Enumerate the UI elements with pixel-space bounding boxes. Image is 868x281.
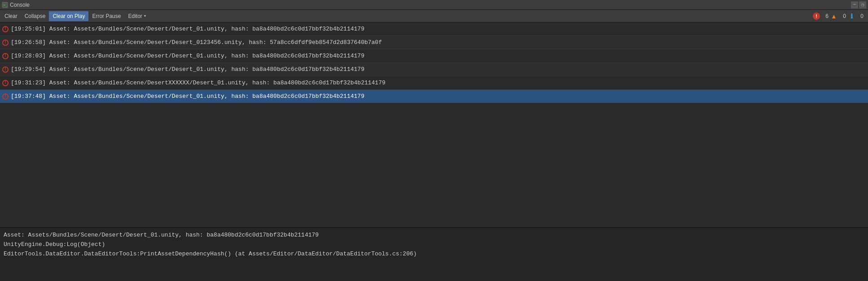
error-entry-icon: !	[2, 93, 9, 100]
info-icon: ℹ	[848, 13, 855, 20]
log-entry-text: [19:28:03] Asset: Assets/Bundles/Scene/D…	[11, 53, 364, 59]
log-entry-text: [19:25:01] Asset: Assets/Bundles/Scene/D…	[11, 26, 364, 32]
log-entry[interactable]: ![19:26:58] Asset: Assets/Bundles/Scene/…	[0, 36, 868, 49]
window-title: Console	[10, 2, 30, 8]
log-entry[interactable]: ![19:29:54] Asset: Assets/Bundles/Scene/…	[0, 63, 868, 76]
log-entry[interactable]: ![19:37:48] Asset: Assets/Bundles/Scene/…	[0, 90, 868, 103]
log-entry[interactable]: ![19:31:23] Asset: Assets/Bundles/Scene/…	[0, 76, 868, 90]
editor-label: Editor	[128, 13, 142, 19]
error-entry-icon: !	[2, 26, 9, 33]
toolbar: Clear Collapse Clear on Play Error Pause…	[0, 10, 868, 22]
log-entry[interactable]: ![19:28:03] Asset: Assets/Bundles/Scene/…	[0, 49, 868, 63]
warning-icon: ▲	[830, 13, 837, 20]
restore-button[interactable]: ❐	[859, 1, 866, 9]
collapse-button[interactable]: Collapse	[21, 11, 49, 21]
log-entry-text: [19:37:48] Asset: Assets/Bundles/Scene/D…	[11, 93, 364, 100]
console-icon: >_	[2, 2, 8, 8]
title-bar: >_ Console ─ ❐	[0, 0, 868, 10]
error-entry-icon: !	[2, 66, 9, 73]
warning-badge[interactable]: ▲ 0	[830, 13, 846, 20]
error-count: 6	[821, 13, 829, 19]
warning-count: 0	[839, 13, 846, 19]
error-entry-icon: !	[2, 53, 9, 60]
dropdown-arrow-icon: ▾	[144, 14, 146, 18]
log-entry-text: [19:26:58] Asset: Assets/Bundles/Scene/D…	[11, 39, 382, 46]
error-pause-button[interactable]: Error Pause	[88, 11, 124, 21]
detail-text: Asset: Assets/Bundles/Scene/Desert/Deser…	[4, 231, 864, 259]
svg-text:>_: >_	[3, 3, 8, 7]
info-badge[interactable]: ℹ 0	[848, 13, 864, 20]
log-entry-text: [19:29:54] Asset: Assets/Bundles/Scene/D…	[11, 66, 364, 73]
log-entry-text: [19:31:23] Asset: Assets/Bundles/Scene/D…	[11, 79, 386, 86]
minimize-button[interactable]: ─	[851, 1, 858, 9]
editor-dropdown-button[interactable]: Editor ▾	[124, 11, 149, 21]
console-log-area[interactable]: ![19:25:01] Asset: Assets/Bundles/Scene/…	[0, 22, 868, 227]
badge-area: ! 6 ▲ 0 ℹ 0	[813, 13, 867, 20]
window-controls: ─ ❐	[851, 1, 866, 9]
clear-on-play-button[interactable]: Clear on Play	[49, 11, 88, 21]
detail-panel: Asset: Assets/Bundles/Scene/Desert/Deser…	[0, 227, 868, 281]
clear-button[interactable]: Clear	[1, 11, 21, 21]
info-count: 0	[856, 13, 864, 19]
log-entry[interactable]: ![19:25:01] Asset: Assets/Bundles/Scene/…	[0, 22, 868, 36]
error-entry-icon: !	[2, 39, 9, 46]
console-window: >_ Console ─ ❐ Clear Collapse Clear on P…	[0, 0, 868, 281]
error-icon: !	[813, 13, 820, 20]
error-badge[interactable]: ! 6	[813, 13, 829, 20]
error-entry-icon: !	[2, 79, 9, 87]
